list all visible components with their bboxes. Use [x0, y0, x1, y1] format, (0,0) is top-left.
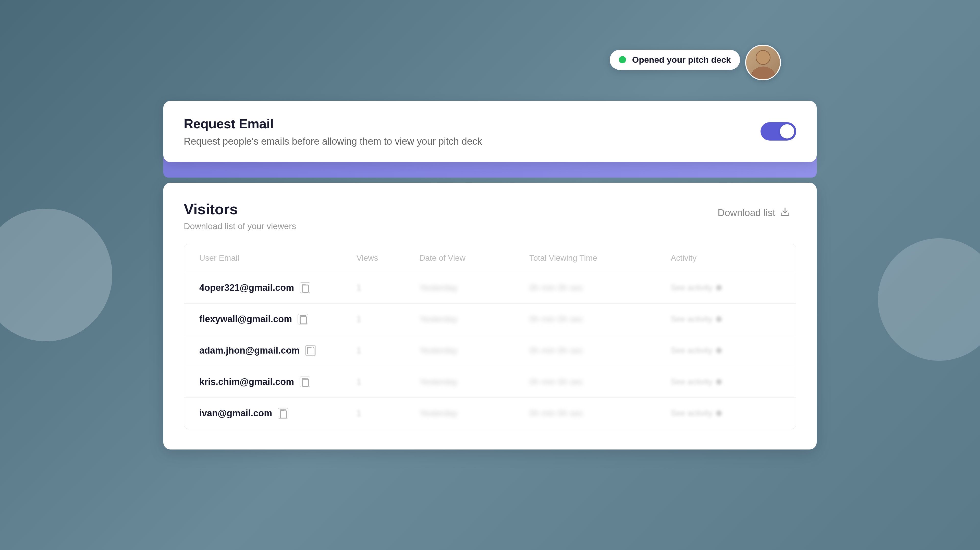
svg-rect-7	[310, 350, 313, 353]
bg-decoration-left	[0, 209, 112, 341]
svg-rect-5	[304, 287, 308, 291]
email-cell-4: kris.chim@gmail.com	[199, 377, 356, 387]
col-header-activity: Activity	[671, 253, 781, 263]
copy-icon-2[interactable]	[298, 314, 308, 324]
email-cell-3: adam.jhon@gmail.com	[199, 345, 356, 356]
table-header: User Email Views Date of View Total View…	[184, 244, 796, 272]
time-cell-2: 0h min 0h sec	[529, 314, 671, 324]
svg-rect-8	[304, 381, 308, 385]
notification-text: Opened your pitch deck	[632, 55, 731, 65]
copy-icon-5[interactable]	[278, 408, 288, 419]
date-cell-4: Yesterday	[419, 377, 529, 387]
toggle-track[interactable]	[760, 122, 796, 141]
copy-icon-3[interactable]	[305, 345, 316, 356]
request-email-description: Request people's emails before allowing …	[184, 136, 482, 147]
bg-decoration-right	[878, 238, 980, 361]
svg-point-3	[752, 66, 774, 80]
toggle-container[interactable]	[760, 122, 796, 141]
activity-btn-4[interactable]: See activity	[671, 377, 781, 386]
email-text-1: 4oper321@gmail.com	[199, 282, 294, 293]
col-header-email: User Email	[199, 253, 356, 263]
table-row: kris.chim@gmail.com 1 Yesterday 0h min 0…	[184, 366, 796, 398]
activity-btn-1[interactable]: See activity	[671, 283, 781, 292]
svg-rect-6	[302, 318, 306, 322]
activity-text-1: See activity	[671, 283, 713, 292]
visitors-table: User Email Views Date of View Total View…	[184, 244, 796, 429]
visitors-heading: Visitors	[184, 200, 296, 218]
date-cell-3: Yesterday	[419, 345, 529, 355]
table-row: adam.jhon@gmail.com 1 Yesterday 0h min 0…	[184, 335, 796, 366]
date-cell-1: Yesterday	[419, 283, 529, 292]
request-email-title: Request Email	[184, 116, 482, 131]
time-cell-4: 0h min 0h sec	[529, 377, 671, 387]
activity-dot-3	[716, 348, 722, 353]
table-row: flexywall@gmail.com 1 Yesterday 0h min 0…	[184, 304, 796, 335]
download-list-label: Download list	[718, 207, 775, 218]
date-cell-5: Yesterday	[419, 408, 529, 418]
email-cell-1: 4oper321@gmail.com	[199, 282, 356, 293]
email-text-2: flexywall@gmail.com	[199, 314, 292, 324]
time-cell-5: 0h min 0h sec	[529, 408, 671, 418]
table-row: ivan@gmail.com 1 Yesterday 0h min 0h sec…	[184, 398, 796, 429]
views-cell-2: 1	[356, 314, 419, 324]
activity-dot-5	[716, 410, 722, 416]
col-header-views: Views	[356, 253, 419, 263]
activity-text-3: See activity	[671, 346, 713, 355]
visitors-card: Visitors Download list of your viewers D…	[163, 183, 817, 450]
activity-dot-4	[716, 379, 722, 385]
email-cell-5: ivan@gmail.com	[199, 408, 356, 419]
email-text-5: ivan@gmail.com	[199, 408, 272, 419]
col-header-date: Date of View	[419, 253, 529, 263]
views-cell-3: 1	[356, 345, 419, 355]
time-cell-1: 0h min 0h sec	[529, 283, 671, 292]
email-text-3: adam.jhon@gmail.com	[199, 345, 300, 356]
activity-btn-2[interactable]: See activity	[671, 314, 781, 324]
download-list-button[interactable]: Download list	[711, 203, 796, 223]
date-cell-2: Yesterday	[419, 314, 529, 324]
activity-dot-2	[716, 316, 722, 322]
table-row: 4oper321@gmail.com 1 Yesterday 0h min 0h…	[184, 272, 796, 304]
views-cell-1: 1	[356, 283, 419, 292]
activity-btn-3[interactable]: See activity	[671, 346, 781, 355]
request-email-text: Request Email Request people's emails be…	[184, 116, 482, 147]
copy-icon-4[interactable]	[300, 377, 310, 387]
activity-dot-1	[716, 285, 722, 291]
activity-text-2: See activity	[671, 314, 713, 324]
email-text-4: kris.chim@gmail.com	[199, 377, 294, 387]
avatar-image	[746, 46, 780, 79]
time-cell-3: 0h min 0h sec	[529, 345, 671, 355]
visitors-header: Visitors Download list of your viewers D…	[184, 200, 796, 231]
svg-point-2	[756, 51, 770, 64]
col-header-time: Total Viewing Time	[529, 253, 671, 263]
svg-rect-9	[282, 412, 286, 416]
main-container: Request Email Request people's emails be…	[133, 101, 847, 450]
email-cell-2: flexywall@gmail.com	[199, 314, 356, 324]
request-email-card: Request Email Request people's emails be…	[163, 101, 817, 162]
notification-dot	[619, 56, 626, 63]
copy-icon-1[interactable]	[300, 282, 310, 293]
visitors-title: Visitors Download list of your viewers	[184, 200, 296, 231]
activity-btn-5[interactable]: See activity	[671, 409, 781, 418]
visitors-subtitle: Download list of your viewers	[184, 221, 296, 231]
views-cell-5: 1	[356, 408, 419, 418]
notification-badge: Opened your pitch deck	[610, 50, 740, 70]
activity-text-4: See activity	[671, 377, 713, 386]
views-cell-4: 1	[356, 377, 419, 387]
avatar	[745, 45, 781, 80]
toggle-thumb	[780, 124, 794, 138]
activity-text-5: See activity	[671, 409, 713, 418]
download-icon	[780, 207, 790, 219]
